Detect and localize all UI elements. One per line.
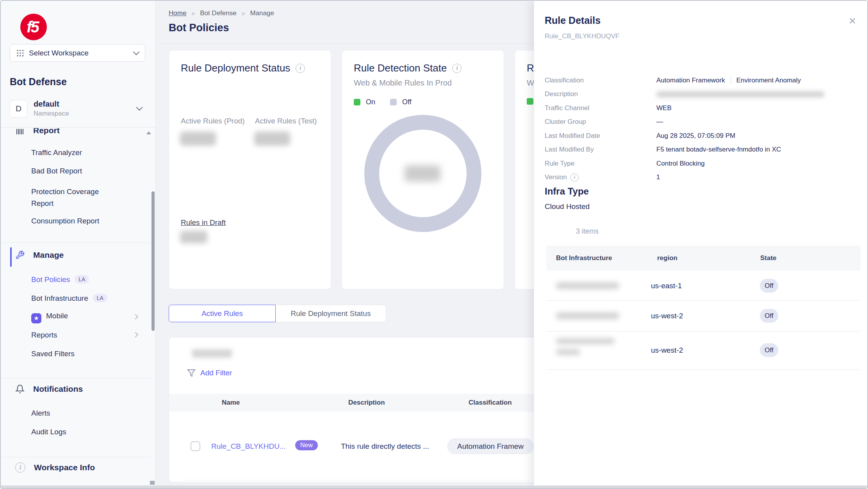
namespace-selector[interactable]: D default Namespace [10, 97, 146, 120]
sidebar-item-bot-policies[interactable]: Bot PoliciesLA [31, 275, 89, 284]
bar-chart-icon [15, 128, 25, 135]
item-label: Reports [31, 331, 57, 339]
legend-on-swatch [354, 99, 360, 105]
redacted-infra-name [556, 349, 580, 355]
infra-type-value: Cloud Hosted [545, 202, 590, 211]
divider [546, 369, 861, 370]
sidebar-item-bad-bot-report[interactable]: Bad Bot Report [31, 167, 82, 175]
infra-region: us-east-1 [651, 282, 682, 290]
card-subtitle: Web & Mobile Rules In Prod [354, 79, 452, 87]
column-header-name[interactable]: Name [222, 394, 240, 412]
column-header-bot-infrastructure[interactable]: Bot Infrastructure [556, 246, 612, 271]
rules-in-draft-link[interactable]: Rules in Draft [181, 218, 226, 227]
la-badge: LA [75, 275, 89, 284]
breadcrumb-home[interactable]: Home [169, 9, 186, 17]
rules-tabs: Active Rules Rule Deployment Status [169, 305, 386, 322]
sidebar-item-traffic-analyzer[interactable]: Traffic Analyzer [31, 148, 82, 157]
classification-pill: Automation Framew [447, 438, 534, 454]
infra-items-count: 3 items [576, 227, 599, 236]
sidebar-section-manage[interactable]: Manage [15, 250, 64, 260]
rule-description: This rule directly detects ... [341, 442, 429, 451]
sidebar-item-bot-infrastructure[interactable]: Bot InfrastructureLA [31, 294, 107, 303]
item-label: Mobile [46, 312, 68, 320]
new-badge: New [295, 440, 318, 450]
sidebar: f5 Select Workspace Bot Defense D defaul… [1, 1, 156, 485]
breadcrumb-separator: > [191, 10, 195, 17]
divider [546, 331, 861, 332]
sidebar-item-reports[interactable]: Reports [31, 331, 57, 339]
state-badge: Off [760, 343, 778, 357]
wrench-icon [15, 250, 25, 260]
column-header-description[interactable]: Description [348, 394, 385, 412]
breadcrumb-manage[interactable]: Manage [250, 9, 274, 17]
redacted-draft-count [180, 231, 207, 243]
sidebar-item-audit-logs[interactable]: Audit Logs [31, 428, 66, 436]
add-filter-label: Add Filter [200, 369, 232, 377]
field-label: Description [545, 90, 656, 98]
info-icon[interactable]: i [296, 64, 305, 73]
rule-deployment-status-card: Rule Deployment Status i Active Rules (P… [169, 50, 331, 289]
sidebar-item-mobile[interactable]: ★Mobile [31, 312, 68, 323]
state-badge: Off [760, 309, 778, 323]
sidebar-item-saved-filters[interactable]: Saved Filters [31, 350, 75, 358]
redacted-metric-test [254, 132, 290, 146]
sidebar-section-report[interactable]: Report [15, 128, 60, 135]
tab-rule-deployment-status[interactable]: Rule Deployment Status [276, 305, 386, 322]
field-last-modified-by: Last Modified By F5 tenant botadv-selfse… [545, 143, 857, 157]
field-value: 1 [656, 173, 660, 181]
sidebar-scrollbar[interactable] [151, 191, 155, 331]
sidebar-menu: Report Traffic Analyzer Bad Bot Report P… [1, 128, 151, 485]
column-header-region[interactable]: region [657, 246, 677, 271]
info-icon[interactable]: i [570, 173, 579, 182]
field-value: Aug 28 2025, 07:05:09 PM [656, 132, 735, 140]
sidebar-section-notifications[interactable]: Notifications [15, 384, 83, 394]
divider [546, 300, 861, 301]
grid-icon [16, 49, 24, 57]
product-title: Bot Defense [10, 76, 67, 87]
workspace-selector[interactable]: Select Workspace [10, 44, 145, 62]
close-icon[interactable]: ✕ [848, 16, 856, 26]
chevron-down-icon [136, 104, 143, 111]
sidebar-item-protection-coverage-report[interactable]: Protection Coverage Report [31, 186, 117, 209]
row-checkbox[interactable] [191, 441, 200, 451]
la-badge: LA [93, 294, 107, 302]
state-badge: Off [760, 279, 778, 293]
rule-detection-state-card: Rule Detection State i Web & Mobile Rule… [342, 50, 504, 289]
infra-table-header: Bot Infrastructure region State [546, 246, 861, 271]
item-label: Bot Policies [31, 275, 70, 284]
column-header-classification[interactable]: Classification [469, 394, 512, 412]
rule-details-panel: Rule Details Rule_CB_BLYKHDUQVF ✕ Classi… [534, 1, 867, 485]
sidebar-item-consumption-report[interactable]: Consumption Report [31, 217, 99, 225]
breadcrumb-separator: > [242, 10, 245, 17]
field-label: Last Modified Date [545, 132, 656, 140]
info-icon[interactable]: i [452, 64, 462, 73]
star-icon: ★ [31, 313, 41, 323]
breadcrumb: Home > Bot Defense > Manage [169, 9, 274, 17]
filter-funnel-icon [187, 369, 196, 377]
divider [1, 378, 151, 378]
horizontal-scrollbar[interactable] [1, 485, 867, 488]
panel-rule-id: Rule_CB_BLYKHDUQVF [545, 32, 619, 40]
metric-label-test: Active Rules (Test) [255, 117, 317, 125]
field-last-modified-date: Last Modified Date Aug 28 2025, 07:05:09… [545, 129, 857, 143]
field-traffic-channel: Traffic Channel WEB [545, 101, 857, 115]
sidebar-section-workspace-info[interactable]: i Workspace Info [15, 462, 95, 473]
sidebar-item-alerts[interactable]: Alerts [31, 409, 50, 418]
chevron-down-icon [133, 48, 140, 55]
f5-logo-text: f5 [27, 18, 41, 36]
info-icon: i [15, 462, 25, 473]
field-rule-type: Rule Type Control Blocking [545, 157, 857, 171]
rule-name-link[interactable]: Rule_CB_BLYKHDU... [211, 442, 286, 451]
column-header-state[interactable]: State [760, 246, 777, 271]
tab-active-rules[interactable]: Active Rules [169, 305, 276, 322]
breadcrumb-bot-defense[interactable]: Bot Defense [200, 9, 237, 17]
redacted-items-count [192, 349, 232, 358]
legend-on-label: On [366, 98, 375, 106]
chevron-right-icon [133, 314, 138, 319]
redacted-metric-prod [180, 132, 216, 146]
page-title: Bot Policies [169, 22, 229, 34]
scroll-up-icon[interactable] [146, 131, 151, 134]
metric-label-prod: Active Rules (Prod) [181, 117, 245, 125]
add-filter-button[interactable]: Add Filter [187, 369, 232, 377]
divider [1, 457, 151, 457]
